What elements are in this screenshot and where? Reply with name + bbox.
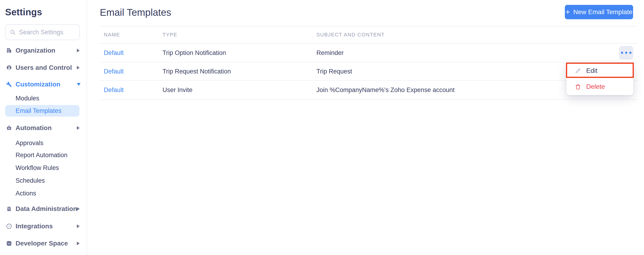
- pencil-icon: [575, 68, 581, 74]
- sidebar-item-schedules[interactable]: Schedules: [0, 175, 87, 186]
- sidebar-item-label: Data Administration: [16, 205, 77, 213]
- sidebar-item-label: Organization: [16, 47, 55, 54]
- chevron-down-icon: [77, 83, 80, 86]
- sidebar-item-report-automation[interactable]: Report Automation: [0, 149, 87, 161]
- chevron-right-icon: [77, 207, 80, 211]
- sidebar-item-workflow-rules[interactable]: Workflow Rules: [0, 162, 87, 174]
- sidebar-item-approvals[interactable]: Approvals: [0, 137, 87, 149]
- sidebar-item-label: Developer Space: [16, 240, 68, 247]
- sidebar-item-integrations[interactable]: Integrations: [0, 221, 87, 232]
- svg-text:</>: </>: [8, 243, 10, 245]
- chevron-right-icon: [77, 66, 80, 69]
- table-row[interactable]: Default Trip Request Notification Trip R…: [100, 63, 638, 81]
- zoho-expense-settings-page: Settings Organization Users and Control: [0, 0, 644, 255]
- sidebar-item-email-templates[interactable]: Email Templates: [5, 105, 80, 117]
- sidebar-item-label: Integrations: [16, 223, 53, 230]
- sidebar-item-label: Email Templates: [16, 107, 62, 115]
- new-email-template-label: New Email Template: [574, 8, 632, 16]
- chevron-right-icon: [77, 224, 80, 228]
- code-icon: </>: [6, 241, 12, 246]
- dot-icon: [625, 52, 627, 54]
- delete-label: Delete: [586, 83, 605, 90]
- table-header: NAME TYPE SUBJECT AND CONTENT: [100, 26, 638, 43]
- dot-icon: [621, 52, 623, 54]
- sidebar-item-organization[interactable]: Organization: [0, 45, 87, 56]
- sidebar-item-data-administration[interactable]: Data Administration: [0, 203, 87, 215]
- sidebar-item-label: Report Automation: [16, 152, 68, 159]
- sidebar-item-label: Modules: [16, 95, 39, 102]
- user-icon: [6, 65, 12, 70]
- plus-icon: +: [566, 8, 570, 16]
- template-name-link[interactable]: Default: [104, 86, 162, 94]
- sidebar-item-automation[interactable]: Automation: [0, 122, 87, 134]
- search-settings-input[interactable]: [19, 29, 72, 36]
- sidebar-item-users-and-control[interactable]: Users and Control: [0, 62, 87, 73]
- chevron-right-icon: [77, 242, 80, 245]
- sidebar-item-label: Customization: [16, 81, 60, 88]
- integrations-icon: [6, 224, 12, 229]
- trash-icon: [575, 84, 581, 90]
- sidebar-item-label: Approvals: [16, 140, 44, 147]
- search-icon: [10, 29, 16, 35]
- sidebar-item-developer-space[interactable]: </> Developer Space: [0, 238, 87, 249]
- robot-icon: [6, 125, 12, 131]
- template-type: Trip Request Notification: [162, 68, 316, 75]
- column-header-subject: SUBJECT AND CONTENT: [316, 32, 638, 38]
- template-name-link[interactable]: Default: [104, 68, 162, 75]
- email-templates-table: NAME TYPE SUBJECT AND CONTENT Default Tr…: [100, 26, 638, 100]
- sidebar-item-label: Automation: [16, 124, 52, 132]
- building-icon: [6, 48, 12, 53]
- template-type: User Invite: [162, 86, 316, 94]
- settings-sidebar: Settings Organization Users and Control: [0, 0, 87, 255]
- dot-icon: [629, 52, 632, 54]
- sidebar-item-label: Actions: [16, 190, 36, 197]
- page-title: Email Templates: [100, 7, 171, 18]
- row-actions-button[interactable]: [619, 46, 633, 60]
- column-header-type: TYPE: [162, 32, 316, 38]
- sidebar-item-label: Schedules: [16, 177, 45, 184]
- menu-item-edit[interactable]: Edit: [566, 63, 633, 78]
- sidebar-title: Settings: [5, 7, 42, 17]
- column-header-name: NAME: [104, 32, 162, 38]
- chevron-right-icon: [77, 126, 80, 130]
- wrench-icon: [6, 82, 12, 87]
- menu-item-delete[interactable]: Delete: [566, 78, 633, 95]
- search-settings-box[interactable]: [5, 24, 80, 40]
- edit-label: Edit: [586, 67, 597, 74]
- sidebar-item-label: Workflow Rules: [16, 164, 59, 172]
- sidebar-item-modules[interactable]: Modules: [0, 92, 87, 104]
- database-icon: [6, 206, 12, 212]
- template-subject: Reminder: [316, 49, 638, 56]
- template-name-link[interactable]: Default: [104, 49, 162, 56]
- sidebar-item-customization[interactable]: Customization: [0, 79, 87, 90]
- table-row[interactable]: Default User Invite Join %CompanyName%'s…: [100, 81, 638, 100]
- template-type: Trip Option Notification: [162, 49, 316, 56]
- sidebar-item-label: Users and Control: [16, 64, 72, 71]
- chevron-right-icon: [77, 49, 80, 52]
- sidebar-item-actions[interactable]: Actions: [0, 188, 87, 199]
- table-row[interactable]: Default Trip Option Notification Reminde…: [100, 43, 638, 63]
- row-actions-menu: Edit Delete: [566, 63, 633, 95]
- new-email-template-button[interactable]: + New Email Template: [565, 5, 633, 19]
